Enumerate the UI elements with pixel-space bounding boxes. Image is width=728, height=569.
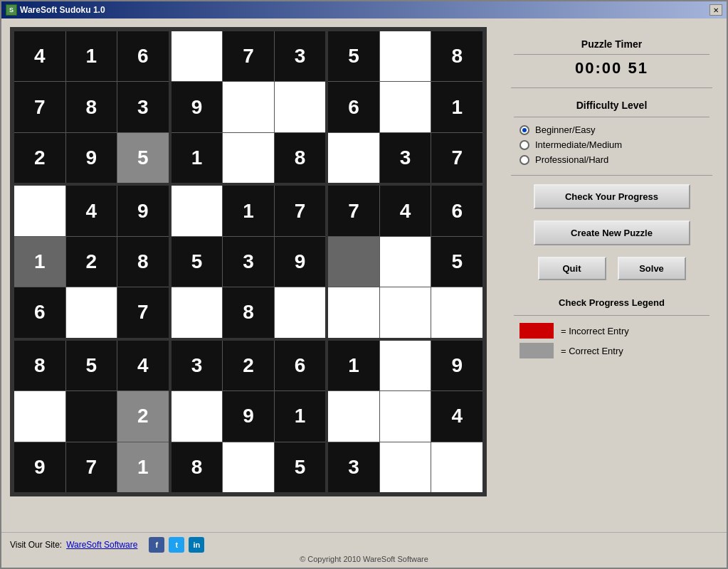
cell-6-6: 9 (14, 442, 65, 492)
small-buttons-row: Quit Solve (511, 257, 712, 280)
cell-0-1: 1 (66, 31, 117, 81)
cell-1-5[interactable] (275, 82, 326, 132)
cell-3-7[interactable] (66, 287, 117, 337)
cell-1-0[interactable] (172, 31, 223, 81)
cell-1-6: 1 (172, 133, 223, 183)
cell-2-8: 7 (431, 133, 482, 183)
cell-2-7: 3 (380, 133, 431, 183)
radio-easy-label: Beginner/Easy (535, 124, 596, 135)
cell-2-1[interactable] (380, 31, 431, 81)
linkedin-icon[interactable]: in (189, 537, 204, 553)
cell-7-4: 9 (223, 391, 274, 441)
cell-4-1: 1 (223, 186, 274, 235)
main-window: S WareSoft Sudoku 1.0 ✕ 4167832957391858… (0, 0, 728, 569)
cell-6-3[interactable] (14, 391, 65, 441)
timer-value: 00:00 51 (514, 59, 709, 78)
radio-hard-label: Professional/Hard (535, 154, 608, 165)
visit-label: Visit Our Site: (10, 540, 62, 550)
cell-5-2: 6 (431, 186, 482, 235)
cell-7-7[interactable] (223, 442, 274, 492)
cell-2-4[interactable] (380, 82, 431, 132)
close-button[interactable]: ✕ (709, 4, 722, 16)
cell-2-3: 6 (328, 82, 379, 132)
cell-4-6[interactable] (172, 287, 223, 337)
create-new-puzzle-button[interactable]: Create New Puzzle (534, 220, 690, 245)
cell-6-1: 5 (66, 341, 117, 390)
cell-4-0[interactable] (172, 186, 223, 235)
cell-8-7[interactable] (380, 442, 431, 492)
cell-8-1[interactable] (380, 341, 431, 390)
title-bar: S WareSoft Sudoku 1.0 ✕ (1, 1, 727, 18)
footer-link[interactable]: WareSoft Software (66, 540, 137, 550)
cell-5-0: 7 (328, 186, 379, 235)
cell-3-3: 1 (14, 237, 65, 287)
cell-7-3[interactable] (172, 391, 223, 441)
cell-4-3: 5 (172, 237, 223, 287)
cell-8-5: 4 (431, 391, 482, 441)
cell-3-6: 6 (14, 287, 65, 337)
legend-section: Check Progress Legend = Incorrect Entry … (511, 292, 712, 368)
cell-1-7[interactable] (223, 133, 274, 183)
cell-2-0: 5 (328, 31, 379, 81)
cell-8-2: 9 (431, 341, 482, 390)
title-bar-left: S WareSoft Sudoku 1.0 (6, 4, 105, 16)
radio-easy-circle[interactable] (519, 125, 529, 135)
cell-3-2: 9 (117, 186, 169, 235)
cell-0-6: 2 (14, 133, 65, 183)
cell-8-6: 3 (328, 442, 379, 492)
cell-0-0: 4 (14, 31, 65, 81)
solve-button[interactable]: Solve (618, 257, 686, 280)
cell-6-8: 1 (117, 442, 169, 492)
cell-3-0[interactable] (14, 186, 65, 235)
legend-gray-box (519, 343, 554, 358)
sudoku-area: 4167832957391858613749128671753987465854… (10, 27, 494, 523)
window-title: WareSoft Sudoku 1.0 (20, 5, 105, 15)
timer-title: Puzzle Timer (514, 38, 709, 50)
twitter-icon[interactable]: t (169, 537, 184, 553)
difficulty-title: Difficulty Level (514, 100, 709, 111)
cell-8-8[interactable] (431, 442, 482, 492)
cell-1-8: 8 (275, 133, 326, 183)
box-6: 8542971 (14, 341, 169, 492)
quit-button[interactable]: Quit (538, 257, 606, 280)
legend-divider (514, 315, 709, 316)
check-progress-button[interactable]: Check Your Progress (534, 184, 690, 209)
radio-medium[interactable]: Intermediate/Medium (519, 139, 704, 150)
cell-5-6[interactable] (328, 287, 379, 337)
legend-title: Check Progress Legend (514, 297, 709, 308)
cell-7-2: 6 (275, 341, 326, 390)
cell-7-6: 8 (172, 442, 223, 492)
cell-2-2: 8 (431, 31, 482, 81)
timer-section: Puzzle Timer 00:00 51 (511, 33, 712, 88)
cell-5-7[interactable] (380, 287, 431, 337)
box-2: 586137 (328, 31, 482, 183)
sudoku-grid: 4167832957391858613749128671753987465854… (10, 27, 487, 496)
cell-8-3[interactable] (328, 391, 379, 441)
radio-medium-circle[interactable] (519, 140, 529, 150)
cell-5-3 (328, 237, 379, 287)
radio-hard-circle[interactable] (519, 155, 529, 165)
cell-0-2: 6 (117, 31, 169, 81)
cell-1-4[interactable] (223, 82, 274, 132)
cell-6-7: 7 (66, 442, 117, 492)
title-bar-buttons: ✕ (709, 4, 722, 16)
legend-correct-label: = Correct Entry (561, 346, 623, 356)
cell-7-0: 3 (172, 341, 223, 390)
legend-incorrect-label: = Incorrect Entry (561, 326, 629, 336)
cell-0-8: 5 (117, 133, 169, 183)
cell-5-8[interactable] (431, 287, 482, 337)
box-3: 4912867 (14, 186, 169, 337)
cell-5-4[interactable] (380, 237, 431, 287)
cell-7-1: 2 (223, 341, 274, 390)
facebook-icon[interactable]: f (149, 537, 164, 553)
right-panel: Puzzle Timer 00:00 51 Difficulty Level B… (505, 27, 718, 523)
radio-easy[interactable]: Beginner/Easy (519, 124, 704, 135)
radio-hard[interactable]: Professional/Hard (519, 154, 704, 165)
cell-6-5: 2 (117, 391, 169, 441)
difficulty-section: Difficulty Level Beginner/Easy Intermedi… (511, 94, 712, 176)
cell-1-1: 7 (223, 31, 274, 81)
cell-2-6[interactable] (328, 133, 379, 183)
cell-4-8[interactable] (275, 287, 326, 337)
cell-4-4: 3 (223, 237, 274, 287)
cell-8-4[interactable] (380, 391, 431, 441)
